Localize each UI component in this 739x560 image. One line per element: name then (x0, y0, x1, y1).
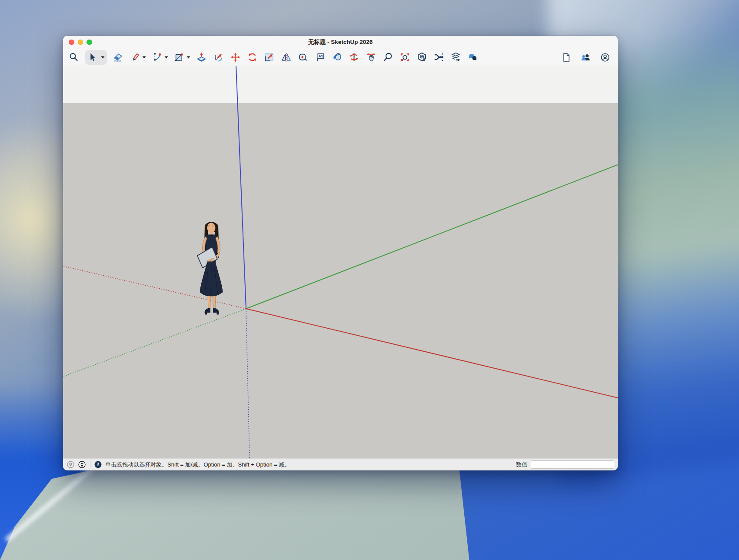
send-to-layout-button[interactable] (450, 51, 461, 64)
pan-tool-button[interactable] (365, 51, 376, 64)
titlebar[interactable]: 无标题 - SketchUp 2026 (63, 36, 618, 49)
status-hint: 单击或拖动以选择对象。Shift = 加/减。Option = 加。Shift … (105, 461, 290, 469)
search-icon (69, 52, 79, 63)
text-icon: A1 (315, 52, 326, 63)
text-tool-button[interactable]: A1 (314, 51, 326, 64)
new-document-icon (561, 52, 571, 63)
green-axis-solid (246, 165, 618, 309)
measurement-label: 数值 (516, 461, 527, 469)
share-button[interactable] (580, 51, 591, 64)
select-tool-button[interactable] (85, 50, 107, 65)
zoom-tool-button[interactable] (382, 51, 393, 64)
tape-measure-tool-button[interactable] (297, 51, 309, 64)
extension-warehouse-icon (433, 52, 444, 63)
flip-icon (281, 52, 292, 63)
select-cursor-icon (87, 52, 97, 63)
follow-me-icon (213, 52, 224, 63)
geolocation-button[interactable] (67, 460, 75, 469)
3d-warehouse-button[interactable] (416, 51, 427, 64)
rotate-icon (247, 52, 258, 63)
statusbar: ? 单击或拖动以选择对象。Shift = 加/减。Option = 加。Shif… (63, 458, 618, 470)
eraser-tool-button[interactable] (112, 51, 123, 64)
line-dropdown-caret-icon[interactable] (142, 56, 146, 59)
paint-bucket-tool-button[interactable] (331, 51, 343, 64)
blue-axis-dotted (246, 309, 250, 458)
help-button[interactable]: ? (94, 460, 102, 469)
rectangle-icon (174, 52, 185, 63)
follow-me-tool-button[interactable] (213, 51, 224, 64)
help-glyph: ? (97, 462, 100, 467)
feedback-button[interactable] (467, 51, 478, 64)
person-circle-icon (78, 460, 86, 469)
orbit-icon (349, 52, 360, 63)
move-icon (230, 52, 241, 63)
blue-axis-solid (236, 66, 246, 309)
arcs-dropdown-caret-icon[interactable] (164, 56, 168, 59)
extension-warehouse-button[interactable] (433, 51, 444, 64)
toolbar: A1 (63, 49, 618, 66)
orbit-tool-button[interactable] (348, 51, 360, 64)
zoom-icon (383, 52, 393, 63)
arc-icon (152, 52, 163, 63)
new-document-button[interactable] (560, 51, 572, 64)
drawing-axes (63, 66, 618, 458)
3d-warehouse-icon (416, 52, 427, 63)
modeling-viewport[interactable] (63, 66, 618, 458)
statusbar-divider (90, 461, 90, 468)
push-pull-icon (196, 52, 207, 63)
people-icon (580, 52, 591, 63)
pencil-icon (130, 52, 140, 63)
flip-tool-button[interactable] (280, 51, 292, 64)
sketchup-window: 无标题 - SketchUp 2026 (63, 36, 618, 470)
push-pull-tool-button[interactable] (196, 51, 207, 64)
red-axis-solid (246, 309, 618, 398)
zoom-extents-icon (399, 52, 410, 63)
eraser-icon (113, 52, 123, 63)
line-tool-button[interactable] (129, 51, 140, 64)
window-title: 无标题 - SketchUp 2026 (63, 38, 618, 46)
tape-measure-icon (298, 52, 309, 63)
model-credits-button[interactable] (78, 460, 86, 469)
zoom-extents-tool-button[interactable] (399, 51, 410, 64)
pan-icon (366, 52, 376, 63)
green-axis-dotted (63, 309, 246, 377)
scale-tool-button[interactable] (263, 51, 275, 64)
select-dropdown-caret-icon[interactable] (101, 56, 105, 59)
help-icon: ? (94, 460, 102, 469)
person-figure[interactable] (190, 219, 234, 318)
scale-icon (264, 52, 275, 63)
shapes-dropdown-caret-icon[interactable] (186, 56, 190, 59)
rotate-tool-button[interactable] (246, 51, 258, 64)
geolocation-icon (67, 460, 75, 469)
shapes-tool-button[interactable] (173, 51, 185, 64)
account-icon (600, 52, 610, 63)
send-to-layout-icon (450, 52, 461, 63)
arcs-tool-button[interactable] (151, 51, 163, 64)
measurement-input[interactable] (531, 460, 614, 469)
account-button[interactable] (599, 51, 611, 64)
search-button[interactable] (68, 51, 80, 64)
chat-bubbles-icon (467, 52, 478, 63)
move-tool-button[interactable] (230, 51, 241, 64)
text-tool-glyph: A1 (318, 54, 323, 58)
paint-bucket-icon (332, 52, 343, 63)
